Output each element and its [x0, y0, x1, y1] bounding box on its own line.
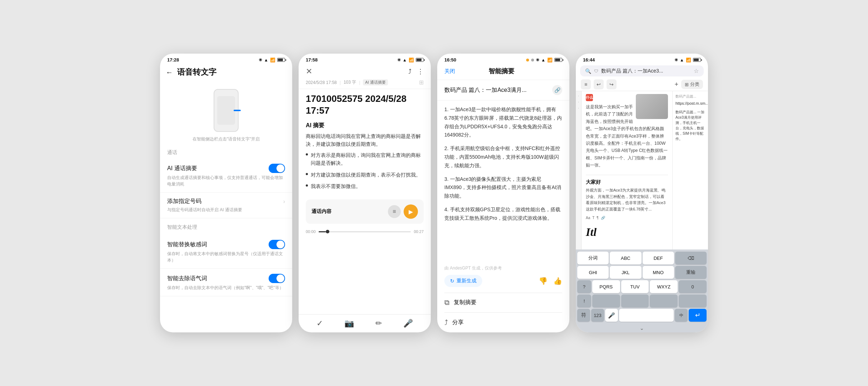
- bluetooth-icon-2: ✳: [397, 58, 401, 63]
- bullet-1: 对方表示是商标回访，询问我在官网上查询的商标问题是否解决。: [306, 151, 424, 167]
- more-icon[interactable]: ⋮: [417, 68, 424, 75]
- status-icons-3: ✳ ▲ 📶: [526, 58, 562, 63]
- signal-icon: 📶: [270, 58, 275, 63]
- link-button[interactable]: 🔗: [552, 85, 562, 95]
- key-reenter[interactable]: 重输: [675, 266, 707, 279]
- paragraph-icon: ¶: [597, 215, 598, 221]
- toolbar-redo-icon[interactable]: ↪: [607, 79, 617, 89]
- add-number-item[interactable]: 添加指定号码 › 与指定号码通话时自动开启 AI 通话摘要: [160, 193, 292, 218]
- right-sidebar: 数码产品篇... https://post.m.sm... 数码产品篇... 一…: [672, 91, 708, 249]
- time-2: 17:58: [306, 57, 318, 63]
- p2-toolbar: ✕ ⤴ ⋮: [299, 64, 431, 78]
- toolbar-plus-icon[interactable]: +: [674, 81, 678, 88]
- link-icon-inline: 🔗: [601, 215, 605, 221]
- key-lang[interactable]: 中: [675, 309, 688, 322]
- key-0[interactable]: 0: [679, 280, 707, 293]
- search-bar[interactable]: 🔍 🛡 数码产品 篇八：一加Ace3... ☆: [580, 65, 704, 76]
- card-title-text: 数码产品 篇八：一加Ace3满月...: [444, 86, 527, 94]
- back-button[interactable]: ←: [166, 68, 173, 76]
- battery-icon-3: [554, 58, 562, 62]
- gray-status-dot: [531, 59, 534, 61]
- key-enter[interactable]: ↵: [689, 309, 707, 322]
- time-3: 16:50: [444, 57, 456, 63]
- copy-label: 复制摘要: [454, 299, 477, 306]
- bullet-list: 对方表示是商标回访，询问我在官网上查询的商标问题是否解决。 对方建议加微信以便后…: [299, 148, 431, 196]
- mic-icon[interactable]: 🎤: [403, 319, 413, 328]
- mini-sidebar-btn: [234, 110, 241, 111]
- key-exclaim[interactable]: !: [577, 295, 591, 307]
- key-mno[interactable]: MNO: [643, 266, 674, 279]
- side-icon-1[interactable]: ·: [578, 94, 579, 98]
- main-area: · · · 什么 这是我第一次购买一加手机，此前选了了顶配的月海蓝色，按照惯例先…: [576, 91, 708, 249]
- check-icon[interactable]: ✓: [316, 319, 323, 328]
- bullet-dot-3: [306, 184, 308, 187]
- key-question[interactable]: ?: [577, 280, 591, 293]
- thumbs-up-button[interactable]: 👍: [553, 277, 562, 285]
- ai-summary-toggle[interactable]: [269, 164, 285, 173]
- article-image: [636, 94, 668, 119]
- keyboard-row-2: GHI JKL MNO 重输: [577, 266, 707, 279]
- text-format-icon: T: [592, 215, 594, 221]
- smart-section-title: 智能文本处理: [167, 224, 285, 231]
- p3-title: 智能摘要: [489, 67, 514, 75]
- classify-button[interactable]: ⊞ 分类: [681, 80, 703, 89]
- key-pqrs[interactable]: PQRS: [592, 280, 620, 293]
- time-4: 16:44: [583, 57, 595, 63]
- play-button[interactable]: ▶: [404, 204, 418, 219]
- ai-summary-title: AI 通话摘要: [167, 165, 197, 172]
- regenerate-button[interactable]: ↻ 重新生成: [444, 275, 482, 287]
- key-def[interactable]: DEF: [643, 252, 674, 264]
- progress-dot: [326, 230, 329, 233]
- camera-icon[interactable]: 📷: [344, 319, 354, 328]
- key-abc[interactable]: ABC: [610, 252, 641, 264]
- chevron-down-icon[interactable]: ⌄: [640, 325, 644, 331]
- key-fenqie[interactable]: 分词: [577, 252, 609, 264]
- close-button-2[interactable]: ✕: [306, 67, 312, 76]
- phone-2-ai-call: 17:58 ✳ ▲ 📶 ✕ ⤴ ⋮ 2024/5/28 17:58 | 103 …: [299, 54, 431, 332]
- key-space[interactable]: [619, 309, 674, 322]
- playlist-button[interactable]: ≡: [388, 205, 401, 218]
- key-ghi[interactable]: GHI: [577, 266, 609, 279]
- smart-replace-item: 智能替换敏感词 保存时，自动将文本中的敏感词替换为星号（仅适用于通话文本）: [160, 235, 292, 269]
- keyboard-bottom-row: 符 123 🎤 中 ↵: [577, 309, 707, 322]
- smart-replace-toggle[interactable]: [269, 240, 285, 249]
- key-symbol[interactable]: 符: [577, 309, 590, 322]
- bookmark-icon[interactable]: ☆: [694, 68, 699, 74]
- arrow-icon: ›: [283, 198, 285, 205]
- meta-date: 2024/5/28 17:58: [306, 80, 337, 85]
- add-number-title: 添加指定号码: [167, 198, 201, 205]
- side-icon-2[interactable]: ·: [578, 100, 579, 104]
- edit-icon[interactable]: ✏: [375, 319, 382, 328]
- sidebar-domain: https://post.m.sm...: [675, 100, 705, 107]
- regenerate-label: 重新生成: [457, 278, 477, 284]
- key-jkl[interactable]: JKL: [610, 266, 641, 279]
- key-wxyz[interactable]: WXYZ: [650, 280, 678, 293]
- summary-item-1: 1. 一加Ace3是一款中端价格的旗舰性能手机，拥有6.78英寸的东方眼眸屏，搭…: [444, 105, 562, 139]
- time-1: 17:28: [167, 57, 179, 63]
- key-tuv[interactable]: TUV: [621, 280, 649, 293]
- share-action[interactable]: ⤴ 分享: [437, 313, 569, 332]
- toolbar-list-icon[interactable]: ≡: [581, 79, 591, 89]
- bullet-dot-2: [306, 173, 308, 175]
- close-button-3[interactable]: 关闭: [444, 68, 455, 75]
- progress-bar[interactable]: [319, 231, 411, 232]
- p1-header: ← 语音转文字: [160, 64, 292, 82]
- key-backspace[interactable]: ⌫: [675, 252, 707, 264]
- smart-replace-title: 智能替换敏感词: [167, 241, 207, 248]
- key-123[interactable]: 123: [591, 309, 604, 322]
- share-icon[interactable]: ⤴: [408, 68, 411, 75]
- phone-illustration: [160, 82, 292, 135]
- copy-action[interactable]: ⧉ 复制摘要: [437, 293, 569, 312]
- p3-header: 关闭 智能摘要: [437, 64, 569, 80]
- orange-status-dot: [526, 59, 529, 61]
- wifi-icon-2: ▲: [403, 58, 407, 63]
- toolbar-undo-icon[interactable]: ↩: [594, 79, 604, 89]
- smart-remove-toggle[interactable]: [269, 274, 285, 283]
- thumbs-down-button[interactable]: 👎: [539, 277, 548, 285]
- classify-icon: ⊞: [685, 82, 689, 87]
- page-title: 语音转文字: [177, 67, 216, 78]
- side-icon-3[interactable]: ·: [578, 106, 579, 110]
- battery-icon-4: [693, 58, 701, 62]
- key-mic[interactable]: 🎤: [605, 309, 618, 322]
- keyboard-chevron-bar: ⌄: [576, 324, 708, 332]
